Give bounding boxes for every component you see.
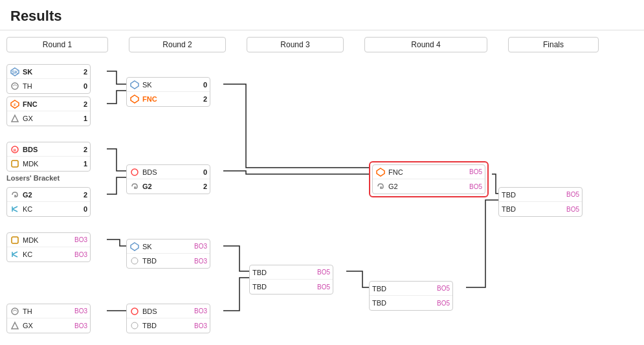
team-score: 2: [197, 95, 207, 103]
team-row: TBD BO3: [127, 318, 210, 333]
team-bo: BO5: [464, 168, 482, 175]
r4-match1: FNC BO5 G2 BO5: [369, 161, 489, 197]
team-bo: BO5: [432, 285, 450, 292]
team-row: G2 2: [7, 188, 90, 202]
team-row: TBD BO5: [370, 282, 452, 296]
team-bo: BO3: [69, 322, 87, 329]
r2-loser1: SK BO3 TBD BO3: [126, 239, 223, 269]
r1-match1: SK SK 2 TH 0: [6, 64, 107, 94]
gx-icon: [10, 113, 20, 124]
team-bo: BO3: [69, 236, 87, 243]
team-score: 0: [77, 82, 87, 90]
tbd-icon2: [129, 320, 140, 331]
team-name: GX: [23, 115, 77, 122]
fnc-icon3: [375, 167, 386, 177]
team-row: BDS 0: [127, 165, 210, 179]
r1-loser-th: TH BO3 GX BO3: [6, 304, 107, 333]
team-name: GX: [23, 322, 69, 329]
rounds-header: Round 1 Round 2 Round 3 Round 4 Finals: [6, 37, 638, 52]
mdk-icon: [10, 159, 20, 169]
team-bo: BO3: [189, 322, 207, 329]
team-bo: BO3: [189, 258, 207, 265]
team-score: 2: [77, 68, 87, 76]
team-bo: BO5: [432, 300, 450, 307]
team-row: F FNC 2: [7, 97, 90, 111]
team-name: BDS: [23, 146, 77, 153]
g2-icon: [10, 190, 20, 200]
team-row: FNC BO5: [373, 165, 485, 179]
team-name: TBD: [502, 205, 561, 213]
team-row: TBD BO5: [250, 265, 333, 280]
team-bo: BO3: [69, 307, 87, 315]
team-name: BDS: [142, 307, 189, 315]
team-score: 1: [77, 160, 87, 168]
r1-match3: B BDS 2 MDK 1: [6, 142, 107, 172]
svg-point-16: [131, 322, 138, 329]
r1-match4: G2 2 KC 0: [6, 187, 107, 217]
svg-point-14: [131, 258, 138, 264]
team-row: SK SK 2: [7, 65, 90, 79]
team-name: G2: [142, 183, 197, 190]
team-row: KC 0: [7, 202, 90, 216]
svg-point-9: [12, 308, 18, 315]
team-score: 0: [197, 81, 207, 89]
team-score: 2: [197, 183, 207, 190]
team-name: KC: [23, 250, 69, 258]
team-row: G2 BO5: [373, 179, 485, 194]
team-name: TBD: [502, 191, 561, 199]
team-name: MDK: [23, 160, 77, 168]
th-icon: [10, 81, 20, 91]
team-name: TBD: [142, 322, 189, 329]
svg-text:B: B: [14, 148, 17, 152]
svg-point-12: [131, 169, 138, 175]
tbd-icon: [129, 256, 140, 266]
svg-marker-4: [12, 115, 18, 122]
team-row: G2 2: [127, 179, 210, 194]
fnc-icon2: [129, 94, 140, 104]
team-row: TBD BO5: [250, 280, 333, 294]
r1-match2: F FNC 2 GX 1: [6, 96, 107, 126]
team-name: FNC: [23, 100, 77, 108]
team-score: 0: [77, 205, 87, 213]
team-row: MDK BO3: [7, 233, 90, 247]
svg-rect-7: [12, 161, 18, 167]
team-row: MDK 1: [7, 157, 90, 171]
g2-icon2: [129, 181, 140, 192]
gx-icon2: [10, 320, 20, 331]
team-score: 2: [77, 191, 87, 199]
team-row: TBD BO5: [499, 202, 582, 216]
bds-icon: B: [10, 144, 20, 155]
team-row: GX BO3: [7, 318, 90, 333]
svg-point-2: [12, 83, 18, 89]
team-row: FNC 2: [127, 92, 210, 106]
r1-loser-mdk: MDK BO3 KC BO3: [6, 232, 107, 262]
team-score: 1: [77, 115, 87, 122]
team-row: TBD BO5: [370, 296, 452, 310]
page-title: Results: [0, 0, 644, 30]
team-bo: BO5: [312, 269, 330, 276]
sk-icon: SK: [10, 67, 20, 77]
team-name: TBD: [372, 285, 432, 293]
team-name: TBD: [372, 299, 432, 307]
team-row: KC BO3: [7, 247, 90, 262]
team-name: TH: [23, 307, 69, 315]
bds-icon3: [129, 306, 140, 317]
round2-header: Round 2: [129, 37, 226, 52]
team-name: TBD: [252, 269, 312, 276]
svg-point-15: [131, 308, 138, 315]
team-bo: BO5: [561, 206, 579, 213]
team-row: B BDS 2: [7, 142, 90, 157]
finals-match1: TBD BO5 TBD BO5: [498, 187, 595, 217]
team-row: BDS BO3: [127, 304, 210, 318]
team-name: FNC: [388, 168, 464, 176]
team-row: GX 1: [7, 111, 90, 126]
team-score: 0: [197, 168, 207, 176]
team-bo: BO3: [189, 307, 207, 315]
kc-icon2: [10, 249, 20, 260]
r3-loser1: TBD BO5 TBD BO5: [249, 265, 346, 295]
r2-loser2: BDS BO3 TBD BO3: [126, 304, 223, 333]
team-row: TH 0: [7, 79, 90, 93]
team-name: TBD: [252, 283, 312, 291]
svg-text:F: F: [14, 103, 16, 107]
svg-rect-8: [12, 237, 18, 243]
